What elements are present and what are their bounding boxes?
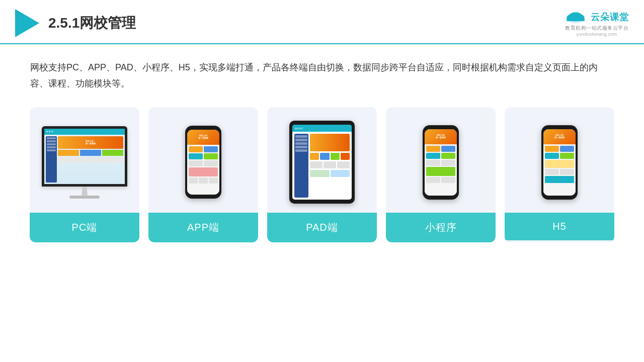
tablet-banner: [310, 134, 350, 151]
tc9: [331, 170, 350, 177]
app-row1: [189, 146, 218, 152]
pc-monitor-illustration: 职达人的第一堂网课: [42, 126, 127, 199]
h5-image-area: 职达人的第一堂网课: [505, 107, 614, 213]
app-label: APP端: [148, 213, 258, 242]
h5-row2: [545, 153, 574, 159]
app-item4: [204, 153, 218, 159]
tablet-outer: 网校管理: [289, 121, 355, 204]
app-screen-body: [187, 145, 219, 195]
miniprogram-screen: 职达人的第一堂网课: [425, 129, 457, 196]
h5-screen: 职达人的第一堂网课: [543, 129, 576, 196]
tablet-cards3: [310, 170, 350, 177]
app-item6: [204, 160, 218, 166]
banner-text: 职达人的第一堂网课: [86, 140, 96, 145]
tablet-sidebar: [294, 134, 308, 198]
monitor-screen: 职达人的第一堂网课: [44, 129, 125, 184]
tablet-cards2: [310, 161, 350, 168]
dot2: [49, 131, 50, 132]
miniprogram-image-area: 职达人的第一堂网课: [386, 107, 496, 213]
sidebar-s5: [47, 149, 56, 151]
tablet-topbar: 网校管理: [292, 125, 352, 132]
h5-item5: [545, 160, 574, 168]
h5-item1: [545, 146, 559, 152]
sidebar-s1: [47, 137, 56, 139]
pad-tablet-illustration: 网校管理: [289, 121, 355, 204]
screen-mini-cards: [58, 150, 123, 156]
mp-item9: [441, 177, 455, 183]
app-image-area: 职达人的第一堂网课: [148, 107, 258, 213]
screen-topbar: [44, 129, 125, 135]
mp-row3: [426, 160, 455, 166]
app-item8: [189, 177, 198, 184]
tc1: [310, 153, 319, 160]
pad-card: 网校管理: [267, 107, 377, 242]
screen-mini-cards2: [58, 157, 123, 163]
tablet-main: [310, 134, 350, 198]
device-cards-container: 职达人的第一堂网课: [30, 107, 614, 242]
brand-logo: 云朵课堂: [565, 10, 629, 25]
miniprogram-notch: [435, 125, 446, 128]
brand-tagline: 教育机构一站式服务云平台: [565, 25, 628, 32]
monitor-base: [69, 196, 100, 199]
h5-item2: [560, 146, 574, 152]
app-item5: [189, 160, 203, 166]
h5-screen-body: [543, 144, 576, 196]
sidebar-s3: [47, 143, 56, 145]
app-item7: [189, 167, 218, 176]
dot3: [51, 131, 53, 132]
h5-screen-top: 职达人的第一堂网课: [543, 129, 576, 144]
tablet-cards1: [310, 153, 350, 160]
app-item3: [189, 153, 203, 159]
mp-item8: [426, 177, 440, 183]
h5-item6: [545, 169, 559, 175]
miniprogram-label: 小程序: [386, 213, 496, 242]
app-screen-top: 职达人的第一堂网课: [187, 130, 219, 145]
mp-item7: [426, 167, 455, 176]
sidebar-s4: [47, 146, 56, 148]
ts5: [295, 149, 307, 152]
ts1: [295, 135, 307, 138]
app-row5: [189, 177, 218, 184]
pad-label: PAD端: [267, 213, 377, 242]
monitor-stand: [79, 187, 90, 196]
app-row2: [189, 153, 218, 159]
h5-row1: [545, 146, 574, 152]
header-right: 云朵课堂 教育机构一站式服务云平台 yunduoketang.com: [565, 10, 629, 37]
mini-card4: [58, 157, 90, 163]
phone-notch: [198, 126, 209, 129]
app-card: 职达人的第一堂网课: [148, 107, 258, 242]
pc-label: PC端: [30, 213, 139, 242]
app-row3: [189, 160, 218, 166]
app-item1: [189, 146, 203, 152]
ts4: [295, 146, 307, 148]
tc4: [341, 153, 350, 160]
miniprogram-card: 职达人的第一堂网课: [386, 107, 496, 242]
mp-row5: [426, 177, 455, 183]
pc-image-area: 职达人的第一堂网课: [30, 107, 139, 213]
h5-item4: [560, 153, 574, 159]
screen-banner: 职达人的第一堂网课: [58, 136, 123, 149]
ts3: [295, 142, 307, 145]
h5-card: 职达人的第一堂网课: [505, 107, 614, 242]
logo-triangle-icon: [15, 9, 39, 37]
mp-item3: [426, 153, 440, 159]
header-left: 2.5.1网校管理: [15, 9, 136, 37]
app-phone-screen: 职达人的第一堂网课: [187, 130, 219, 195]
h5-phone-illustration: 职达人的第一堂网课: [541, 125, 578, 200]
h5-item3: [545, 153, 559, 159]
h5-notch: [554, 125, 565, 128]
tc7: [337, 161, 350, 168]
mp-item5: [426, 160, 440, 166]
tablet-topbar-text: 网校管理: [295, 127, 303, 130]
page-title: 2.5.1网校管理: [48, 14, 136, 33]
app-item9: [199, 177, 208, 184]
h5-row3: [545, 160, 574, 168]
tc2: [320, 153, 329, 160]
miniprogram-screen-body: [425, 144, 457, 196]
h5-banner-text: 职达人的第一堂网课: [554, 134, 565, 139]
mini-card3: [102, 150, 123, 156]
app-item10: [209, 177, 218, 184]
screen-main: 职达人的第一堂网课: [58, 136, 123, 183]
tc5: [310, 161, 323, 168]
brand-url: yunduoketang.com: [577, 32, 617, 37]
